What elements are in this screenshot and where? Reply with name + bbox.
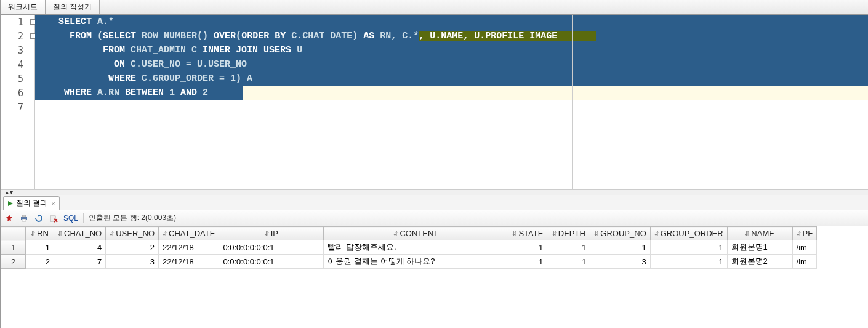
sort-icon: ⇵ (797, 231, 802, 237)
line-number: 5 (18, 73, 32, 84)
code-area[interactable]: SELECT A.* FROM (SELECT ROW_NUMBER() OVE… (35, 15, 868, 189)
pin-icon[interactable] (4, 213, 14, 223)
cell[interactable]: /im (792, 255, 817, 269)
column-label: CHAT_DATE (169, 229, 215, 239)
close-icon[interactable]: × (51, 200, 55, 207)
cell[interactable]: 회원본명2 (727, 255, 792, 269)
column-header[interactable]: ⇵IP (219, 227, 324, 240)
column-header[interactable]: ⇵RN (26, 227, 54, 240)
print-icon[interactable] (19, 213, 29, 223)
tab-query-builder[interactable]: 질의 작성기 (46, 0, 100, 14)
cell[interactable]: 0:0:0:0:0:0:0:1 (219, 255, 324, 269)
line-number: 3 (18, 45, 32, 56)
splitter[interactable]: ▲▼ (1, 189, 868, 195)
cell[interactable]: 1 (508, 255, 547, 269)
column-header[interactable]: ⇵NAME (727, 227, 792, 240)
cell[interactable]: 3 (590, 255, 650, 269)
column-header[interactable]: ⇵PF (792, 227, 817, 240)
cell[interactable]: 1 (547, 255, 590, 269)
cell[interactable]: 이용권 결제는 어떻게 하나요? (324, 255, 508, 269)
sort-icon: ⇵ (58, 231, 63, 237)
svg-rect-3 (22, 219, 26, 221)
column-header[interactable]: ⇵GROUP_NO (590, 227, 650, 240)
sql-button[interactable]: SQL (63, 214, 78, 223)
splitter-arrows-icon: ▲▼ (4, 189, 13, 195)
cell[interactable]: 2 (106, 240, 159, 255)
column-label: STATE (518, 229, 543, 239)
column-header[interactable]: ⇵CHAT_NO (54, 227, 106, 240)
cell[interactable]: 22/12/18 (159, 240, 219, 255)
tab-worksheet[interactable]: 워크시트 (1, 0, 46, 14)
sort-icon: ⇵ (163, 231, 167, 237)
column-label: USER_NO (116, 229, 155, 239)
delete-icon[interactable] (49, 213, 58, 223)
column-label: DEPTH (558, 229, 585, 239)
svg-marker-0 (8, 201, 13, 206)
sort-icon: ⇵ (552, 231, 557, 237)
column-header[interactable]: ⇵DEPTH (547, 227, 590, 240)
print-margin (572, 15, 573, 189)
tab-query-result[interactable]: 질의 결과 × (3, 196, 60, 210)
column-label: RN (37, 229, 49, 239)
cell[interactable]: 1 (650, 255, 727, 269)
cell[interactable]: 1 (547, 240, 590, 255)
cell[interactable]: 0:0:0:0:0:0:0:1 (219, 240, 324, 255)
editor-gutter: 1− 2− 3 4 5 6 7 (1, 15, 35, 189)
sort-icon: ⇵ (393, 231, 398, 237)
column-label: CHAT_NO (64, 229, 102, 239)
cell[interactable]: 1 (650, 240, 727, 255)
column-header[interactable]: ⇵CHAT_DATE (159, 227, 219, 240)
cell[interactable]: 3 (106, 255, 159, 269)
cell[interactable]: 2 (26, 255, 54, 269)
cell[interactable]: 22/12/18 (159, 255, 219, 269)
sort-icon: ⇵ (265, 231, 270, 237)
svg-rect-2 (22, 215, 26, 217)
cell[interactable]: 1 (26, 240, 54, 255)
row-number: 2 (1, 255, 26, 269)
cell[interactable]: 회원본명1 (727, 240, 792, 255)
cell[interactable]: 7 (54, 255, 106, 269)
results-grid[interactable]: ⇵RN⇵CHAT_NO⇵USER_NO⇵CHAT_DATE⇵IP⇵CONTENT… (1, 226, 868, 269)
line-number: 7 (18, 102, 32, 113)
sort-icon: ⇵ (594, 231, 599, 237)
column-label: IP (271, 229, 278, 239)
row-number-header (1, 227, 26, 240)
sql-editor[interactable]: 1− 2− 3 4 5 6 7 SELECT A.* FROM (SELECT … (1, 15, 868, 189)
sort-icon: ⇵ (512, 231, 517, 237)
cell[interactable]: 4 (54, 240, 106, 255)
results-tab-label: 질의 결과 (16, 198, 47, 208)
cell[interactable]: 빨리 답장해주세요. (324, 240, 508, 255)
play-icon (7, 200, 14, 207)
sort-icon: ⇵ (110, 231, 115, 237)
column-header[interactable]: ⇵STATE (508, 227, 547, 240)
column-label: CONTENT (400, 229, 438, 239)
sort-icon: ⇵ (31, 231, 36, 237)
cell[interactable]: /im (792, 240, 817, 255)
svg-rect-5 (50, 216, 55, 221)
separator (83, 213, 84, 223)
cell[interactable]: 1 (590, 240, 650, 255)
column-header[interactable]: ⇵CONTENT (324, 227, 508, 240)
table-row[interactable]: 227322/12/180:0:0:0:0:0:0:1이용권 결제는 어떻게 하… (1, 255, 817, 269)
refresh-icon[interactable] (34, 213, 44, 223)
line-number: 4 (18, 59, 32, 70)
column-label: GROUP_NO (600, 229, 646, 239)
editor-tabs: 워크시트 질의 작성기 (1, 0, 868, 15)
fetch-status: 인출된 모든 행: 2(0.003초) (89, 213, 176, 223)
sort-icon: ⇵ (745, 231, 750, 237)
column-label: NAME (751, 229, 774, 239)
cell[interactable]: 1 (508, 240, 547, 255)
column-header[interactable]: ⇵GROUP_ORDER (650, 227, 727, 240)
column-label: GROUP_ORDER (661, 229, 723, 239)
table-row[interactable]: 114222/12/180:0:0:0:0:0:0:1빨리 답장해주세요.111… (1, 240, 817, 255)
sort-icon: ⇵ (654, 231, 659, 237)
row-number: 1 (1, 240, 26, 255)
results-tabs: 질의 결과 × (1, 195, 868, 210)
column-header[interactable]: ⇵USER_NO (106, 227, 159, 240)
results-toolbar: SQL 인출된 모든 행: 2(0.003초) (1, 210, 868, 226)
column-label: PF (803, 229, 813, 239)
line-number: 6 (18, 88, 32, 99)
